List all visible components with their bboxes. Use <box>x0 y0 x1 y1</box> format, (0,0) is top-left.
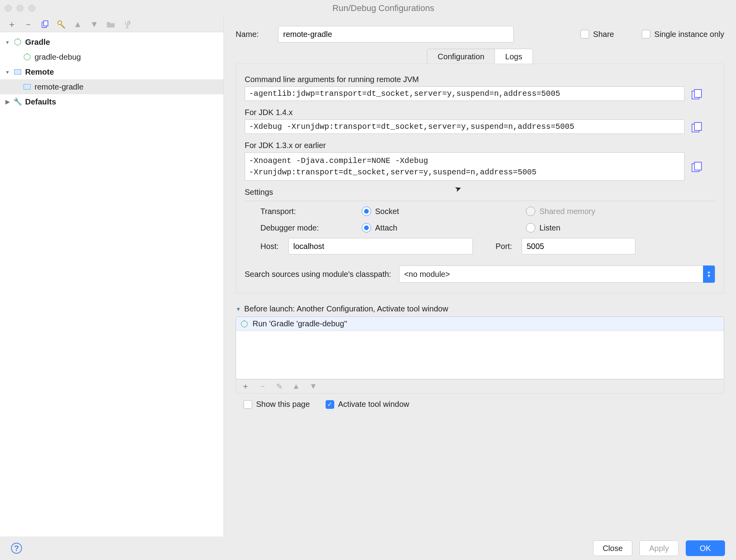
share-checkbox[interactable]: Share <box>580 30 616 39</box>
host-input[interactable] <box>288 238 473 254</box>
configuration-panel: Command line arguments for running remot… <box>236 64 724 293</box>
move-down-icon: ▼ <box>90 20 99 29</box>
port-input[interactable] <box>522 238 635 254</box>
remove-task-icon: － <box>259 381 267 392</box>
tree-label: Remote <box>25 68 54 77</box>
select-value: <no module> <box>404 270 450 279</box>
remote-icon <box>23 82 31 91</box>
close-button[interactable]: Close <box>593 540 632 556</box>
debugger-attach-radio[interactable]: Attach <box>362 223 519 232</box>
tab-logs[interactable]: Logs <box>495 49 533 64</box>
show-this-page-checkbox[interactable]: Show this page <box>244 400 310 409</box>
checkbox-icon <box>580 30 589 38</box>
tree-label: Gradle <box>25 38 50 47</box>
radio-icon <box>362 223 371 232</box>
tree-group-defaults[interactable]: 🔧 Defaults <box>0 94 223 109</box>
jdk13-field[interactable]: -Xnoagent -Djava.compiler=NONE -Xdebug -… <box>245 152 685 181</box>
gradle-icon <box>23 53 31 61</box>
radio-label: Attach <box>375 223 397 232</box>
radio-icon <box>362 207 371 216</box>
svg-rect-1 <box>44 21 48 26</box>
before-launch-item[interactable]: Run 'Gradle 'gradle-debug'' <box>236 317 724 331</box>
checkbox-label: Activate tool window <box>338 400 409 409</box>
tree-group-remote[interactable]: Remote <box>0 64 223 79</box>
tree-label: remote-gradle <box>35 82 84 92</box>
svg-point-2 <box>58 21 62 25</box>
wrench-icon: 🔧 <box>13 97 22 106</box>
module-select[interactable]: <no module> ▲▼ <box>399 265 715 283</box>
debugger-mode-label: Debugger mode: <box>260 223 355 232</box>
window-title: Run/Debug Configurations <box>35 3 731 13</box>
tree-label: Defaults <box>25 97 56 106</box>
move-up-icon: ▲ <box>292 382 300 391</box>
remote-icon <box>13 68 22 76</box>
before-launch-item-label: Run 'Gradle 'gradle-debug'' <box>253 319 347 328</box>
ok-button[interactable]: OK <box>686 540 725 556</box>
cmdline-field[interactable]: -agentlib:jdwp=transport=dt_socket,serve… <box>245 86 685 101</box>
copy-icon[interactable] <box>692 162 701 171</box>
checkbox-label: Share <box>593 30 614 39</box>
apply-button: Apply <box>639 540 679 556</box>
caret-down-icon[interactable] <box>5 68 10 75</box>
add-config-icon[interactable]: ＋ <box>7 20 16 29</box>
cmdline-label: Command line arguments for running remot… <box>245 75 715 84</box>
caret-down-icon[interactable] <box>5 38 10 46</box>
name-input[interactable] <box>278 26 514 42</box>
jdk13-label: For JDK 1.3.x or earlier <box>245 141 715 150</box>
jdk14-label: For JDK 1.4.x <box>245 108 715 117</box>
title-bar: Run/Debug Configurations <box>0 0 736 16</box>
checkbox-icon <box>244 400 252 409</box>
transport-label: Transport: <box>260 207 355 216</box>
name-label: Name: <box>236 30 271 39</box>
checkbox-label: Show this page <box>256 400 310 409</box>
bottom-bar: ? Close Apply OK <box>0 536 736 560</box>
search-sources-label: Search sources using module's classpath: <box>245 270 391 279</box>
zoom-window-icon[interactable] <box>28 5 35 12</box>
copy-icon[interactable] <box>692 89 701 99</box>
radio-icon <box>526 207 535 216</box>
before-launch-title: Before launch: Another Configuration, Ac… <box>244 304 448 313</box>
before-launch-toolbar: ＋ － ✎ ▲ ▼ <box>236 379 724 393</box>
configuration-tree[interactable]: Gradle gradle-debug Remote remote-gradle… <box>0 32 223 536</box>
sort-icon: ↓a z <box>123 20 132 29</box>
dropdown-icon[interactable]: ▲▼ <box>703 265 715 283</box>
tabs: Configuration Logs <box>236 49 724 64</box>
tab-configuration[interactable]: Configuration <box>427 49 495 64</box>
tree-item-remote-gradle[interactable]: remote-gradle <box>0 79 223 94</box>
activate-tool-window-checkbox[interactable]: ✓ Activate tool window <box>326 400 409 409</box>
jdk14-field[interactable]: -Xdebug -Xrunjdwp:transport=dt_socket,se… <box>245 119 685 134</box>
tree-group-gradle[interactable]: Gradle <box>0 35 223 49</box>
debugger-listen-radio[interactable]: Listen <box>526 223 715 232</box>
move-down-icon: ▼ <box>309 382 317 391</box>
transport-shared-memory-radio: Shared memory <box>526 207 715 216</box>
before-launch-header[interactable]: ▼ Before launch: Another Configuration, … <box>236 304 724 313</box>
caret-down-icon[interactable]: ▼ <box>236 306 241 312</box>
help-icon[interactable]: ? <box>11 543 22 554</box>
folder-icon <box>106 20 115 29</box>
caret-right-icon[interactable] <box>5 98 10 105</box>
port-label: Port: <box>496 242 512 251</box>
sidebar: ＋ － ▲ ▼ ↓a z Gradle gradle-debug <box>0 16 224 536</box>
minimize-window-icon[interactable] <box>16 5 24 12</box>
checkbox-icon: ✓ <box>326 400 334 409</box>
copy-icon[interactable] <box>692 122 701 132</box>
settings-heading: Settings <box>245 188 715 197</box>
radio-label: Shared memory <box>539 207 595 216</box>
save-config-icon[interactable] <box>57 20 66 29</box>
divider <box>245 201 715 201</box>
main-panel: Name: Share Single instance only Configu… <box>224 16 736 536</box>
remove-config-icon[interactable]: － <box>24 20 33 29</box>
tree-item-gradle-debug[interactable]: gradle-debug <box>0 49 223 64</box>
before-launch-list[interactable]: Run 'Gradle 'gradle-debug'' <box>236 317 724 379</box>
close-window-icon[interactable] <box>5 5 12 12</box>
checkbox-label: Single instance only <box>654 30 724 39</box>
add-task-icon[interactable]: ＋ <box>242 381 249 392</box>
transport-socket-radio[interactable]: Socket <box>362 207 519 216</box>
before-launch-section: ▼ Before launch: Another Configuration, … <box>236 304 724 409</box>
radio-label: Socket <box>375 207 399 216</box>
radio-icon <box>526 223 535 232</box>
gradle-icon <box>240 320 249 328</box>
traffic-lights <box>5 5 35 12</box>
copy-config-icon[interactable] <box>40 20 49 29</box>
single-instance-checkbox[interactable]: Single instance only <box>642 30 724 39</box>
